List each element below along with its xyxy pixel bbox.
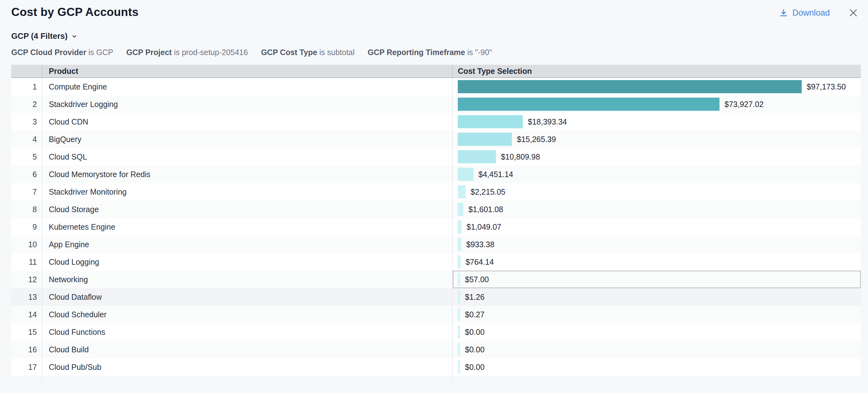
column-header-cost-type-selection[interactable]: Cost Type Selection xyxy=(452,65,861,77)
row-number-cell: 3 xyxy=(11,113,42,130)
table-row[interactable]: 12 Networking $57.00 xyxy=(11,271,861,288)
product-cell[interactable]: Cloud Build xyxy=(42,341,452,358)
product-cell[interactable]: Stackdriver Monitoring xyxy=(42,183,452,201)
table-row[interactable]: 13 Cloud Dataflow $1.26 xyxy=(11,288,861,306)
table-row[interactable]: 3 Cloud CDN $18,393.34 xyxy=(11,113,861,130)
row-number-cell: 4 xyxy=(11,130,42,148)
top-actions: Download xyxy=(779,6,859,18)
row-number-cell: 8 xyxy=(11,201,42,218)
cost-bar xyxy=(458,115,523,128)
table-header-row: Product Cost Type Selection xyxy=(11,65,861,78)
cost-cell[interactable]: $4,451.14 xyxy=(452,165,861,183)
cost-value-label: $4,451.14 xyxy=(478,170,513,179)
product-cell[interactable]: Kubernetes Engine xyxy=(42,218,452,236)
page-title: Cost by GCP Accounts xyxy=(11,6,138,19)
cost-value-label: $97,173.50 xyxy=(807,82,846,91)
row-number-cell: 6 xyxy=(11,165,42,183)
cost-value-label: $764.14 xyxy=(466,258,494,267)
cost-bar xyxy=(458,273,460,286)
filters-dropdown[interactable]: GCP (4 Filters) xyxy=(11,31,868,41)
cost-value-label: $0.00 xyxy=(465,363,485,372)
product-cell[interactable]: Cloud Logging xyxy=(42,253,452,271)
close-icon xyxy=(848,7,859,18)
cost-cell[interactable]: $57.00 xyxy=(452,271,861,288)
cost-cell[interactable]: $10,809.98 xyxy=(452,148,861,165)
table-row[interactable]: 6 Cloud Memorystore for Redis $4,451.14 xyxy=(11,165,861,183)
product-cell[interactable]: BigQuery xyxy=(42,130,452,148)
cost-cell[interactable]: $764.14 xyxy=(452,253,861,271)
table-row[interactable]: 11 Cloud Logging $764.14 xyxy=(11,253,861,271)
cost-bar xyxy=(458,150,496,163)
cost-value-label: $1.26 xyxy=(465,293,485,302)
product-cell[interactable]: Networking xyxy=(42,271,452,288)
column-header-product[interactable]: Product xyxy=(42,65,452,77)
product-cell[interactable]: Stackdriver Logging xyxy=(42,95,452,113)
filters-summary-label: GCP (4 Filters) xyxy=(11,31,67,41)
product-cell[interactable]: Compute Engine xyxy=(42,78,452,95)
cost-cell[interactable]: $1,601.08 xyxy=(452,201,861,218)
product-cell[interactable]: Cloud Memorystore for Redis xyxy=(42,165,452,183)
row-number-cell: 12 xyxy=(11,271,42,288)
filter-chip: GCP Reporting Timeframe is "-90" xyxy=(368,48,492,57)
filter-chip: GCP Cloud Provider is GCP xyxy=(11,48,113,57)
cost-value-label: $1,601.08 xyxy=(468,205,503,214)
cost-cell[interactable]: $1.26 xyxy=(452,288,861,306)
table-row[interactable]: 14 Cloud Scheduler $0.27 xyxy=(11,306,861,323)
cost-bar xyxy=(458,203,463,216)
cost-cell[interactable]: $97,173.50 xyxy=(452,78,861,95)
row-number-cell: 16 xyxy=(11,341,42,358)
table-row[interactable]: 16 Cloud Build $0.00 xyxy=(11,341,861,358)
filter-criteria-list: GCP Cloud Provider is GCP GCP Project is… xyxy=(11,48,868,57)
product-cell[interactable]: Cloud CDN xyxy=(42,113,452,130)
product-cell[interactable]: Cloud Storage xyxy=(42,201,452,218)
cost-cell[interactable]: $73,927.02 xyxy=(452,95,861,113)
cost-cell[interactable]: $0.00 xyxy=(452,341,861,358)
cost-bar xyxy=(458,360,460,373)
chevron-down-icon xyxy=(71,33,78,40)
cost-cell[interactable]: $0.00 xyxy=(452,323,861,341)
cost-bar xyxy=(458,80,802,93)
cost-value-label: $0.00 xyxy=(465,328,485,337)
table-row[interactable]: 9 Kubernetes Engine $1,049.07 xyxy=(11,218,861,236)
cost-bar xyxy=(458,255,461,269)
cost-value-label: $933.38 xyxy=(466,240,494,249)
table-row[interactable]: 1 Compute Engine $97,173.50 xyxy=(11,78,861,95)
table-row[interactable]: 5 Cloud SQL $10,809.98 xyxy=(11,148,861,165)
product-cell[interactable]: Cloud Pub/Sub xyxy=(42,358,452,376)
cost-cell[interactable]: $18,393.34 xyxy=(452,113,861,130)
product-cell[interactable]: Cloud SQL xyxy=(42,148,452,165)
cost-bar xyxy=(458,343,460,356)
row-number-cell: 13 xyxy=(11,288,42,306)
cost-cell[interactable]: $15,265.39 xyxy=(452,130,861,148)
download-label: Download xyxy=(792,8,830,18)
table-row[interactable]: 15 Cloud Functions $0.00 xyxy=(11,323,861,341)
table-row[interactable]: 10 App Engine $933.38 xyxy=(11,236,861,253)
table-row[interactable]: 8 Cloud Storage $1,601.08 xyxy=(11,201,861,218)
cost-value-label: $2,215.05 xyxy=(471,187,505,196)
table-row[interactable]: 2 Stackdriver Logging $73,927.02 xyxy=(11,95,861,113)
cost-bar xyxy=(458,98,719,111)
download-button[interactable]: Download xyxy=(779,8,830,18)
cost-cell[interactable]: $0.27 xyxy=(452,306,861,323)
cost-bar xyxy=(458,133,512,146)
product-cell[interactable]: Cloud Functions xyxy=(42,323,452,341)
product-cell[interactable]: App Engine xyxy=(42,236,452,253)
product-cell[interactable]: Cloud Scheduler xyxy=(42,306,452,323)
cost-bar xyxy=(458,325,460,338)
row-number-cell: 11 xyxy=(11,253,42,271)
cost-by-gcp-accounts-modal: Cost by GCP Accounts Download GCP xyxy=(0,0,868,393)
cost-cell[interactable]: $2,215.05 xyxy=(452,183,861,201)
cost-value-label: $15,265.39 xyxy=(517,135,556,144)
table-row[interactable]: 4 BigQuery $15,265.39 xyxy=(11,130,861,148)
cost-value-label: $73,927.02 xyxy=(724,100,764,109)
close-button[interactable] xyxy=(848,7,859,18)
table-row[interactable]: 17 Cloud Pub/Sub $0.00 xyxy=(11,358,861,376)
table-row[interactable]: 7 Stackdriver Monitoring $2,215.05 xyxy=(11,183,861,201)
cost-cell[interactable]: $0.00 xyxy=(452,358,861,376)
cost-value-label: $18,393.34 xyxy=(528,117,567,126)
product-cell[interactable]: Cloud Dataflow xyxy=(42,288,452,306)
column-header-rank xyxy=(11,65,42,77)
cost-cell[interactable]: $1,049.07 xyxy=(452,218,861,236)
cost-cell[interactable]: $933.38 xyxy=(452,236,861,253)
download-icon xyxy=(779,8,788,18)
